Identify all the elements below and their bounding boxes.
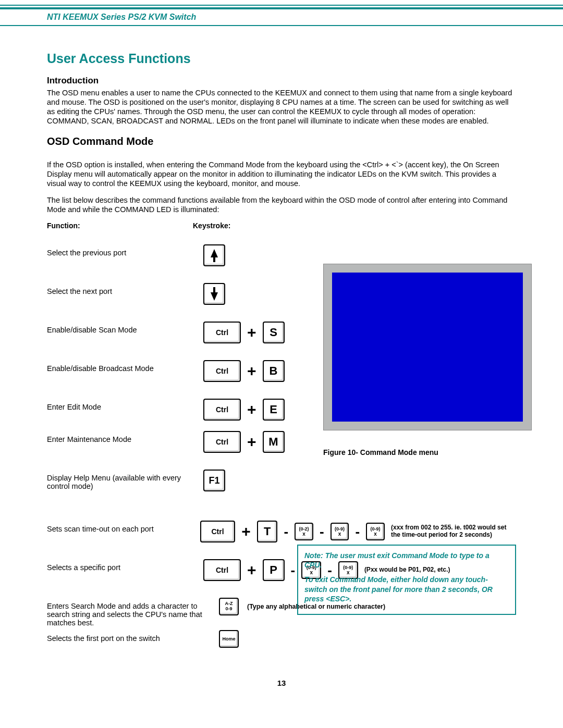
func-maint: Enter Maintenance Mode: [47, 431, 203, 443]
note-line-2: To exit Command Mode, either hold down a…: [304, 575, 509, 603]
f1-key: F1: [203, 470, 225, 491]
home-key: Home: [219, 630, 239, 648]
osd-heading: OSD Command Mode: [47, 135, 516, 147]
page-header: NTI KEEMUX Series PS/2 KVM Switch: [0, 7, 563, 26]
arrow-down-key: [203, 283, 225, 305]
table-header-row: Function: Keystroke:: [47, 221, 516, 230]
func-first: Selects the first port on the switch: [47, 630, 219, 643]
az-key: A-Z0-9: [219, 598, 239, 615]
ctrl-key: Ctrl: [203, 431, 241, 453]
col-keystroke: Keystroke:: [193, 221, 230, 230]
ctrl-key: Ctrl: [203, 399, 241, 421]
monitor-screen: [332, 273, 523, 422]
plus-icon: +: [244, 324, 260, 341]
ctrl-key: Ctrl: [203, 360, 241, 382]
func-scan: Enable/disable Scan Mode: [47, 322, 203, 334]
plus-icon: +: [244, 561, 260, 579]
m-key: M: [263, 431, 285, 453]
plus-icon: +: [244, 401, 260, 418]
digit-0-9-key: (0-9)x: [331, 523, 349, 540]
plus-icon: +: [244, 362, 260, 380]
ctrl-key: Ctrl: [203, 322, 241, 343]
monitor-illustration: [323, 264, 532, 430]
dash-icon: -: [280, 524, 291, 540]
dash-icon: -: [316, 524, 327, 540]
b-key: B: [263, 360, 285, 382]
intro-paragraph: The OSD menu enables a user to name the …: [47, 88, 516, 126]
osd-para-2: The list below describes the command fun…: [47, 195, 516, 214]
digit-0-9-key: (0-9)x: [366, 523, 385, 540]
osd-para-1: If the OSD option is installed, when ent…: [47, 160, 516, 188]
t-key: T: [257, 521, 278, 542]
timeout-note: (xxx from 002 to 255. ie. t002 would set…: [391, 524, 516, 539]
note-box: Note: The user must exit Command Mode to…: [297, 545, 516, 615]
func-search: Enters Search Mode and adds a character …: [47, 598, 219, 627]
row-first-port: Selects the first port on the switch Hom…: [47, 630, 516, 657]
ctrl-key: Ctrl: [200, 521, 236, 542]
func-prev: Select the previous port: [47, 244, 203, 257]
e-key: E: [263, 399, 285, 421]
row-timeout: Sets scan time-out on each port Ctrl + T…: [47, 521, 516, 548]
page-number: 13: [0, 678, 563, 687]
note-line-1: Note: The user must exit Command Mode to…: [304, 551, 509, 570]
intro-heading: Introduction: [47, 76, 516, 86]
row-help: Display Help Menu (available with every …: [47, 470, 516, 497]
ctrl-key: Ctrl: [203, 559, 241, 581]
arrow-up-key: [203, 244, 225, 266]
s-key: S: [263, 322, 285, 343]
digit-0-2-key: (0-2)x: [295, 523, 313, 540]
func-select-port: Selects a specific port: [47, 559, 203, 572]
figure-caption: Figure 10- Command Mode menu: [323, 448, 438, 456]
func-edit: Enter Edit Mode: [47, 399, 203, 411]
plus-icon: +: [244, 433, 260, 451]
section-title: User Access Functions: [47, 51, 516, 66]
func-timeout: Sets scan time-out on each port: [47, 521, 200, 533]
col-function: Function:: [47, 221, 193, 230]
func-next: Select the next port: [47, 283, 203, 295]
plus-icon: +: [238, 523, 254, 540]
func-help: Display Help Menu (available with every …: [47, 470, 203, 490]
row-maint: Enter Maintenance Mode Ctrl + M: [47, 431, 516, 458]
header-title: NTI KEEMUX Series PS/2 KVM Switch: [47, 13, 196, 21]
dash-icon: -: [352, 524, 363, 540]
func-broadcast: Enable/disable Broadcast Mode: [47, 360, 203, 373]
p-key: P: [263, 559, 285, 581]
